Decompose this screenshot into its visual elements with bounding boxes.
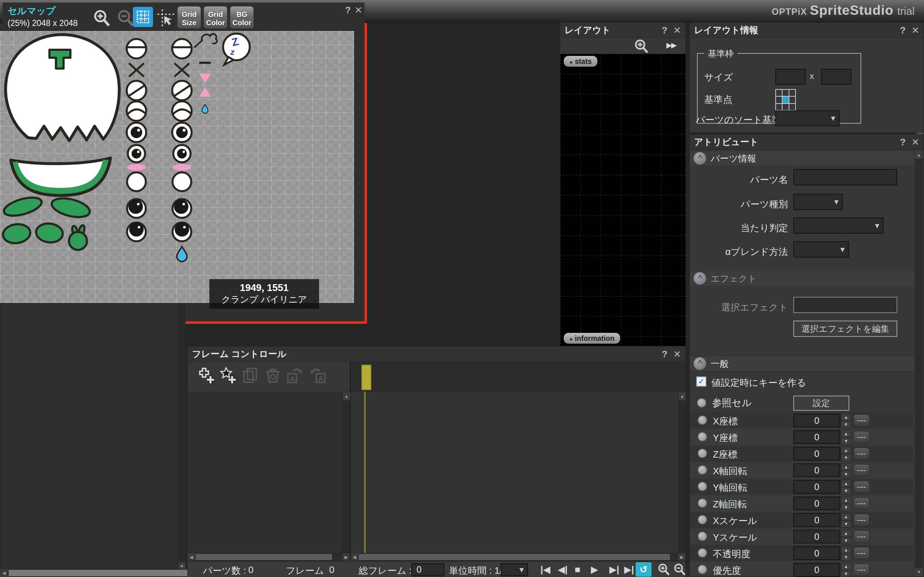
help-icon[interactable]: ? [662,350,667,359]
play-button[interactable]: ▶ [586,562,603,577]
origin-point-selected[interactable] [782,96,789,103]
interpolation-button[interactable]: ---- [854,564,869,576]
attribute-value-input[interactable]: 0 [793,530,840,543]
interpolation-button[interactable]: ---- [854,464,869,476]
key-radio[interactable] [698,432,707,442]
timeline-pane[interactable]: ▲ [351,392,685,553]
value-spinner[interactable]: ▲▼ [841,496,851,510]
grid-color-button[interactable]: GridColor [204,6,228,29]
make-key-checkbox[interactable]: ✓ [696,377,706,387]
add-star-part-icon[interactable] [220,367,237,385]
interpolation-button[interactable]: ---- [854,431,869,443]
attribute-value-input[interactable]: 0 [793,546,840,560]
value-spinner[interactable]: ▲▼ [841,430,851,444]
scroll-left-icon[interactable]: ◀ [0,569,8,577]
loop-button[interactable]: ↺ [636,562,651,577]
copy-part-icon[interactable] [242,367,261,385]
next-frame-button[interactable]: ▶| [606,562,622,577]
interpolation-button[interactable]: ---- [854,414,869,427]
interpolation-button[interactable]: ---- [854,448,869,460]
help-icon[interactable]: ? [900,137,906,147]
last-frame-button[interactable]: ▶| [621,562,637,577]
hit-check-dropdown[interactable]: ▼ [793,218,884,234]
size-height-input[interactable] [821,69,851,85]
value-spinner[interactable]: ▲▼ [841,563,851,577]
add-part-icon[interactable] [198,367,216,385]
parts-list-scrollbar[interactable]: ▲ [342,392,350,553]
key-radio[interactable] [698,482,707,491]
delete-part-icon[interactable] [265,367,283,385]
sort-dropdown[interactable]: ▼ [775,110,840,126]
select-effect-input[interactable] [793,297,897,313]
attribute-value-input[interactable]: 0 [793,563,840,577]
stop-button[interactable]: ■ [570,562,585,577]
attribute-value-input[interactable]: 0 [793,447,840,461]
attribute-value-input[interactable]: 0 [793,414,840,427]
scroll-left-icon[interactable]: ◀ [188,553,195,561]
timeline-hscrollbar[interactable]: ◀ ▶ ◀ ▶ [188,553,685,561]
interpolation-button[interactable]: ---- [854,497,869,509]
value-spinner[interactable]: ▲▼ [841,480,851,494]
edit-effect-button[interactable]: 選択エフェクトを編集 [793,321,897,337]
value-spinner[interactable]: ▲▼ [841,513,851,527]
size-width-input[interactable] [775,69,806,85]
value-spinner[interactable]: ▲▼ [841,530,851,543]
key-radio[interactable] [698,565,707,574]
scroll-up-icon[interactable]: ▲ [678,392,686,400]
interpolation-button[interactable]: ---- [854,530,869,543]
attribute-value-input[interactable]: 0 [793,463,840,477]
key-radio[interactable] [698,515,707,524]
value-spinner[interactable]: ▲▼ [841,546,851,560]
collapse-icon[interactable]: ^ [693,357,706,370]
zoom-in-icon[interactable] [93,9,111,28]
scroll-right-icon[interactable]: ▶ [678,553,685,561]
close-icon[interactable]: ✕ [673,350,681,359]
help-icon[interactable]: ? [662,26,667,35]
first-frame-button[interactable]: |◀ [538,562,553,577]
key-radio[interactable] [698,532,707,541]
part-name-input[interactable] [793,169,897,185]
origin-point-selector[interactable] [775,89,796,111]
zoom-in-icon[interactable] [633,39,649,54]
attribute-value-input[interactable]: 0 [793,513,840,527]
close-icon[interactable]: ✕ [673,26,681,35]
snap-tool-icon[interactable] [157,9,176,28]
collapse-icon[interactable]: ^ [693,272,706,285]
unit-time-dropdown[interactable]: ▼ [501,563,528,576]
help-icon[interactable]: ? [900,26,906,35]
scroll-left-icon[interactable]: ◀ [351,553,358,561]
playhead-marker[interactable] [361,364,372,390]
timeline-ruler[interactable] [351,362,685,392]
layout-canvas[interactable]: ●stats ●information [560,54,685,346]
grid-size-button[interactable]: GridSize [177,6,201,29]
total-frames-input[interactable]: 0 [412,563,444,576]
key-radio[interactable] [698,465,707,475]
redo-attribute-icon[interactable] [309,367,327,385]
close-icon[interactable]: ✕ [911,137,919,147]
key-radio[interactable] [698,548,707,558]
interpolation-button[interactable]: ---- [854,547,869,559]
value-spinner[interactable]: ▲▼ [841,447,851,461]
attribute-value-input[interactable]: 0 [793,496,840,510]
scroll-right-icon[interactable]: ▶ [342,553,350,561]
close-icon[interactable]: ✕ [911,26,919,35]
interpolation-button[interactable]: ---- [854,514,869,526]
alpha-blend-dropdown[interactable]: ▼ [793,241,849,258]
zoom-in-icon[interactable] [657,563,671,577]
key-radio[interactable] [698,498,707,508]
timeline-scrollbar[interactable]: ▲ [678,392,685,553]
attribute-scrollbar[interactable]: ▲ ▼ [915,151,923,576]
scroll-up-icon[interactable]: ▲ [915,151,923,159]
value-spinner[interactable]: ▲▼ [841,414,851,427]
key-radio[interactable] [698,449,707,458]
tab-information[interactable]: ●information [564,333,620,344]
key-radio[interactable] [697,398,706,408]
collapse-icon[interactable]: ^ [693,152,706,165]
expand-panel-icon[interactable]: ▶▶ [666,41,676,49]
value-spinner[interactable]: ▲▼ [841,463,851,477]
set-reference-cell-button[interactable]: 設定 [793,396,849,411]
close-icon[interactable]: ✕ [354,5,362,15]
interpolation-button[interactable]: ---- [854,481,869,493]
scroll-up-icon[interactable]: ▲ [343,392,350,400]
attribute-value-input[interactable]: 0 [793,430,840,444]
